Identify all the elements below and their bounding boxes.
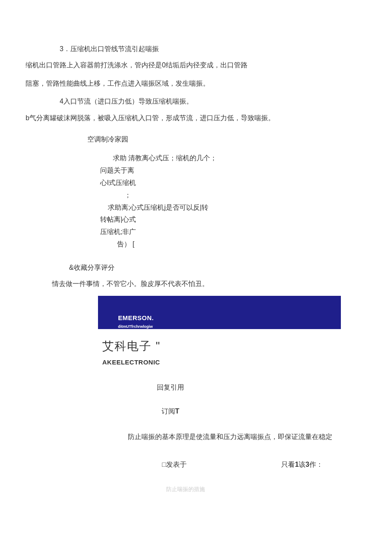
emerson-brand: EMERSON. [118, 312, 341, 324]
related-link-7[interactable]: 压缩机;非广 [100, 226, 254, 238]
cutoff-title: 防止喘振的措施 [4, 484, 366, 495]
item-3-title: 3．压缩机出口管线节流引起喘振 [60, 43, 366, 55]
subscribe-label: 订阅 [161, 408, 175, 415]
subscribe-action[interactable]: 订阅T [0, 405, 366, 418]
author-num-1: 1 [295, 461, 299, 468]
item-4-para-1: b气分离罐破沫网脱落，被吸入压缩机入口管，形成节流，进口压力低，导致喘振。 [26, 112, 366, 124]
author-mid: 该 [299, 461, 306, 468]
company-en-name: AKEELECTRONIC [102, 356, 366, 369]
author-link[interactable]: 只看1该3作： [281, 461, 323, 468]
subscribe-suffix: T [175, 408, 179, 415]
emerson-tagline: ditmUTfrchrwlogiw [118, 323, 341, 330]
post-actions[interactable]: &收藏分享评分 [69, 261, 366, 274]
author-suffix: 作： [309, 461, 323, 468]
post-meta: □发表于 只看1该3作： [162, 458, 366, 471]
section-title: 空调制冷家园 [87, 133, 366, 146]
principle-text: 防止喘振的基本原理是使流量和压力远离喘振点，即保证流量在稳定 [128, 431, 366, 443]
related-link-5[interactable]: 求助离;心式压缩机j是否可以反|转 [100, 202, 254, 214]
published-label: □发表于 [162, 461, 187, 468]
item-3-para-1: 缩机出口管路上入容器前打洗涤水，管内径是0结垢后内径变成，出口管路 [26, 59, 366, 72]
item-4-title: 4入口节流（进口压力低）导致压缩机喘振。 [60, 95, 366, 108]
document-content: 3．压缩机出口管线节流引起喘振 缩机出口管路上入容器前打洗涤水，管内径是0结垢后… [0, 0, 392, 503]
item-3-para-2: 阻塞，管路性能曲线上移，工作点进入喘振区域，发生喘振。 [26, 77, 366, 90]
reply-quote-action[interactable]: 回复引用 [0, 381, 366, 394]
related-link-2[interactable]: 问题关于离 [100, 165, 254, 177]
author-prefix: 只看 [281, 461, 295, 468]
related-link-6[interactable]: 转帖离|心式 [100, 214, 254, 226]
related-link-3[interactable]: 心I式压缩机 [104, 177, 254, 189]
author-num-2: 3 [306, 461, 309, 468]
related-link-4: ； [100, 189, 156, 202]
related-link-8: 告） [ [100, 238, 151, 251]
related-link-1[interactable]: 求助 清教离心式压；缩机的几个； [100, 152, 254, 165]
signature-quote: 情去做一件事情，不管它小。脸皮厚不代表不怕丑。 [52, 278, 366, 290]
related-links: 求助 清教离心式压；缩机的几个； 问题关于离 心I式压缩机 ； 求助离;心式压缩… [100, 152, 254, 250]
emerson-banner[interactable]: EMERSON. ditmUTfrchrwlogiw [98, 296, 341, 329]
company-block[interactable]: 艾科电子 " AKEELECTRONIC [102, 335, 366, 369]
company-cn-name: 艾科电子 " [102, 335, 366, 357]
